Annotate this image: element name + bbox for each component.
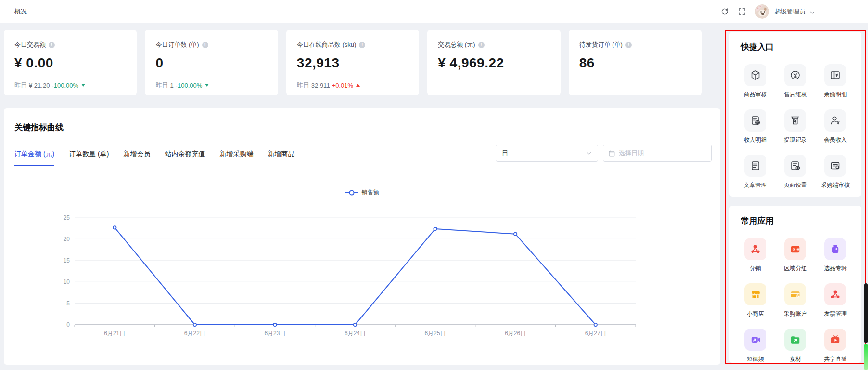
stat-card-row: 今日交易额!¥ 0.00昨日¥ 21.20-100.00%今日订单数 (单)!0… xyxy=(4,30,702,95)
svg-text:0: 0 xyxy=(66,321,70,328)
svg-text:5: 5 xyxy=(66,300,70,307)
quick-entry-item[interactable]: 文章管理 xyxy=(744,155,767,189)
arrow-down-icon xyxy=(205,84,209,87)
prev-value: ¥ 21.20 xyxy=(29,82,50,89)
quick-entry-label: 文章管理 xyxy=(744,181,767,189)
admin-name[interactable]: 超级管理员 xyxy=(774,7,805,16)
info-icon[interactable]: ! xyxy=(202,42,208,48)
quick-entry-title: 快捷入口 xyxy=(741,41,861,53)
folder-arrow-icon xyxy=(784,329,806,351)
withdraw-icon xyxy=(784,109,806,132)
info-icon[interactable]: ! xyxy=(359,42,365,48)
quick-entry-item[interactable]: 页面设置 xyxy=(784,155,807,189)
quick-entry-label: 采购端审核 xyxy=(821,181,850,189)
stat-card: 待发货订单 (单)!86 xyxy=(569,30,702,95)
app-label: 共享直播 xyxy=(824,355,847,363)
prev-label: 昨日 xyxy=(155,81,168,90)
app-item[interactable]: 素材 xyxy=(784,329,806,363)
app-item[interactable]: 分销 xyxy=(744,238,766,273)
arrow-up-icon xyxy=(356,84,360,87)
storefront-icon xyxy=(744,283,766,305)
common-apps-card: 常用应用 分销区域分红选品专辑小商店采购账户发票管理短视频素材共享直播 xyxy=(729,206,861,363)
quick-entry-item[interactable]: 商品审核 xyxy=(744,64,767,99)
scrollbar-thumb[interactable] xyxy=(864,283,868,343)
stat-card: 今日交易额!¥ 0.00昨日¥ 21.20-100.00% xyxy=(4,30,137,95)
app-item[interactable]: 短视频 xyxy=(744,329,766,363)
quick-entry-label: 提现记录 xyxy=(784,136,807,144)
stat-card-value: ¥ 4,969.22 xyxy=(438,55,549,71)
fullscreen-icon[interactable] xyxy=(738,7,746,16)
app-label: 选品专辑 xyxy=(824,264,847,273)
stat-card-label: 今日订单数 (单) xyxy=(155,40,199,49)
prev-value: 32,911 xyxy=(311,82,330,89)
doc-lock-icon xyxy=(744,109,766,132)
quick-entry-item[interactable]: 余额明细 xyxy=(824,64,847,99)
stat-card-value: 32,913 xyxy=(297,55,408,71)
quick-entry-item[interactable]: 会员收入 xyxy=(824,109,847,144)
quick-entry-item[interactable]: 售后维权 xyxy=(784,64,807,99)
quick-entry-label: 收入明细 xyxy=(744,136,767,144)
stat-card-subtext: 昨日1-100.00% xyxy=(155,81,267,90)
share-nodes-icon xyxy=(744,238,766,260)
stat-card: 交易总额 (元)!¥ 4,969.22 xyxy=(427,30,560,95)
stat-card: 今日在线商品数 (sku)!32,913昨日32,911+0.01% xyxy=(286,30,419,95)
quick-entry-label: 售后维权 xyxy=(784,91,807,99)
change-percent: -100.00% xyxy=(51,82,78,89)
quick-entry-label: 商品审核 xyxy=(744,91,767,99)
quick-entry-item[interactable]: 收入明细 xyxy=(744,109,767,144)
video-cam-icon xyxy=(744,329,766,351)
avatar[interactable] xyxy=(755,4,769,19)
quick-entry-label: 余额明细 xyxy=(824,91,847,99)
stat-card-label: 待发货订单 (单) xyxy=(579,40,623,49)
key-metrics-card: 关键指标曲线 订单金额 (元)订单数量 (单)新增会员站内余额充值新增采购端新增… xyxy=(4,108,720,365)
refresh-icon[interactable] xyxy=(720,7,729,16)
svg-text:6月22日: 6月22日 xyxy=(184,330,205,337)
app-item[interactable]: 区域分红 xyxy=(784,238,807,273)
refund-circle-icon xyxy=(784,64,806,86)
card-cart-icon xyxy=(784,283,806,305)
svg-text:6月24日: 6月24日 xyxy=(345,330,366,337)
svg-text:6月23日: 6月23日 xyxy=(264,330,285,337)
svg-text:20: 20 xyxy=(64,236,70,242)
app-item[interactable]: 采购账户 xyxy=(784,283,807,318)
app-item[interactable]: 选品专辑 xyxy=(824,238,847,273)
arrow-down-icon xyxy=(81,84,85,87)
change-percent: +0.01% xyxy=(332,82,353,89)
stat-card-subtext: 昨日32,911+0.01% xyxy=(297,81,408,90)
app-item[interactable]: 发票管理 xyxy=(824,283,847,318)
line-chart[interactable]: 05101520256月21日6月22日6月23日6月24日6月25日6月26日… xyxy=(4,108,720,365)
svg-text:25: 25 xyxy=(64,214,70,221)
info-icon[interactable]: ! xyxy=(625,42,632,48)
app-item[interactable]: 共享直播 xyxy=(824,329,847,363)
quick-entry-item[interactable]: 提现记录 xyxy=(784,109,807,144)
svg-text:6月26日: 6月26日 xyxy=(505,330,526,337)
svg-text:10: 10 xyxy=(64,278,70,285)
prev-label: 昨日 xyxy=(14,81,27,90)
svg-text:15: 15 xyxy=(64,257,70,264)
change-percent: -100.00% xyxy=(176,82,203,89)
svg-text:6月25日: 6月25日 xyxy=(425,330,446,337)
chevron-down-icon[interactable] xyxy=(809,9,815,14)
page-title: 概况 xyxy=(14,7,27,16)
app-item[interactable]: 小商店 xyxy=(744,283,766,318)
jar-icon xyxy=(824,238,846,260)
scrollbar-indicator xyxy=(864,344,868,370)
stat-card-subtext: 昨日¥ 21.20-100.00% xyxy=(14,81,126,90)
page-gear-icon xyxy=(784,155,806,177)
info-icon[interactable]: ! xyxy=(49,42,55,48)
stat-card-label: 今日在线商品数 (sku) xyxy=(297,40,357,49)
app-label: 区域分红 xyxy=(784,264,807,273)
invoice-share-icon xyxy=(824,283,846,305)
stat-card-value: 86 xyxy=(579,55,691,71)
stat-card-value: 0 xyxy=(155,55,267,71)
svg-text:6月21日: 6月21日 xyxy=(104,330,125,337)
prev-value: 1 xyxy=(170,82,173,89)
app-label: 小商店 xyxy=(747,310,764,318)
doc-search-icon xyxy=(824,155,846,177)
quick-entry-item[interactable]: 采购端审核 xyxy=(821,155,850,189)
info-icon[interactable]: ! xyxy=(478,42,485,48)
stat-card: 今日订单数 (单)!0昨日1-100.00% xyxy=(145,30,278,95)
quick-entry-card: 快捷入口 商品审核售后维权余额明细收入明细提现记录会员收入文章管理页面设置采购端… xyxy=(729,32,861,197)
app-label: 短视频 xyxy=(747,355,764,363)
cube-icon xyxy=(744,64,766,86)
